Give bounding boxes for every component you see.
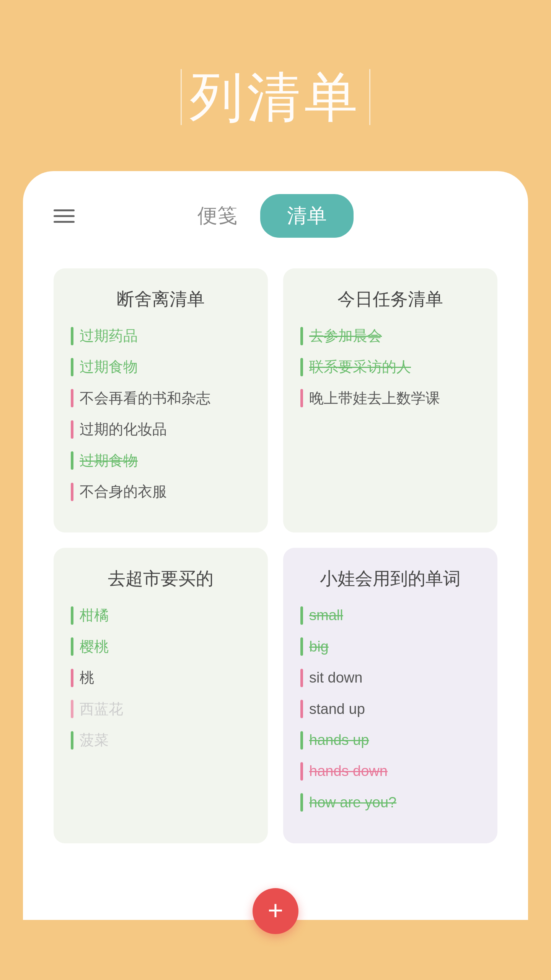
item-text: small: [309, 606, 343, 625]
item-text: 樱桃: [80, 637, 109, 656]
list-item: 柑橘: [71, 606, 251, 625]
list-card-words: 小娃会用到的单词 small big sit down stand up han…: [283, 548, 497, 843]
list-item: 过期食物: [71, 451, 251, 470]
item-text: big: [309, 637, 329, 656]
item-bar: [300, 793, 303, 812]
tab-note[interactable]: 便笺: [197, 203, 237, 229]
list-item: 不会再看的书和杂志: [71, 389, 251, 408]
item-text: 过期的化妆品: [80, 420, 167, 439]
list-item: how are you?: [300, 793, 480, 812]
item-text: stand up: [309, 700, 365, 719]
item-bar: [300, 669, 303, 687]
title-decoration: 列清单: [181, 69, 370, 125]
list-item: 樱桃: [71, 637, 251, 656]
item-text: 不会再看的书和杂志: [80, 389, 210, 408]
item-bar: [300, 358, 303, 376]
item-bar: [300, 700, 303, 718]
list-item: big: [300, 637, 480, 656]
menu-button[interactable]: [54, 209, 75, 223]
item-bar: [71, 731, 73, 750]
main-card: 便笺 清单 断舍离清单 过期药品 过期食物 不会再看的书和杂志 过期的化妆品: [23, 171, 528, 920]
item-text: 菠菜: [80, 731, 109, 750]
item-text: hands down: [309, 762, 388, 781]
item-bar: [300, 731, 303, 750]
add-icon: +: [268, 897, 284, 924]
item-text: 桃: [80, 668, 94, 687]
item-text: 去参加晨会: [309, 327, 382, 345]
item-bar: [71, 606, 73, 625]
item-text: 不合身的衣服: [80, 482, 167, 501]
title-line-left: [181, 69, 182, 125]
menu-line-1: [54, 209, 75, 211]
nav-bar: 便笺 清单: [54, 194, 497, 238]
lists-grid: 断舍离清单 过期药品 过期食物 不会再看的书和杂志 过期的化妆品 过期食物: [54, 268, 497, 843]
item-bar: [71, 358, 73, 376]
list-title-today-tasks: 今日任务清单: [300, 287, 480, 311]
item-bar: [71, 327, 73, 345]
list-item: 桃: [71, 668, 251, 687]
item-bar: [300, 762, 303, 781]
item-bar: [300, 606, 303, 625]
add-button[interactable]: +: [253, 888, 298, 934]
item-text-sit-down: sit down: [309, 668, 362, 687]
list-item: 晚上带娃去上数学课: [300, 389, 480, 408]
list-item: 联系要采访的人: [300, 358, 480, 376]
list-item: 菠菜: [71, 731, 251, 750]
item-bar: [71, 637, 73, 656]
item-text: how are you?: [309, 793, 396, 812]
tab-list[interactable]: 清单: [260, 194, 354, 238]
item-text: 晚上带娃去上数学课: [309, 389, 440, 408]
list-item: 西蓝花: [71, 700, 251, 719]
menu-line-2: [54, 215, 75, 217]
list-item: hands down: [300, 762, 480, 781]
list-item: 去参加晨会: [300, 327, 480, 345]
list-title-supermarket: 去超市要买的: [71, 567, 251, 591]
page-title: 列清单: [189, 69, 362, 125]
item-bar: [300, 327, 303, 345]
list-card-today-tasks: 今日任务清单 去参加晨会 联系要采访的人 晚上带娃去上数学课: [283, 268, 497, 532]
item-text: 过期食物: [80, 358, 138, 376]
item-text: 西蓝花: [80, 700, 123, 719]
item-bar: [71, 483, 73, 501]
list-item: 过期药品: [71, 327, 251, 345]
item-bar: [300, 389, 303, 407]
item-bar: [71, 669, 73, 687]
list-item: small: [300, 606, 480, 625]
list-title-words: 小娃会用到的单词: [300, 567, 480, 591]
item-text: 柑橘: [80, 606, 109, 625]
item-text: 过期食物: [80, 451, 138, 470]
list-item-sit-down: sit down: [300, 668, 480, 687]
item-text: 过期药品: [80, 327, 138, 345]
list-card-supermarket: 去超市要买的 柑橘 樱桃 桃 西蓝花 菠菜: [54, 548, 268, 843]
item-bar: [71, 451, 73, 470]
item-bar: [71, 700, 73, 718]
menu-line-3: [54, 221, 75, 223]
item-text: hands up: [309, 731, 369, 750]
list-item: 过期食物: [71, 358, 251, 376]
item-bar: [71, 420, 73, 439]
title-line-right: [369, 69, 370, 125]
list-item: 过期的化妆品: [71, 420, 251, 439]
item-text: 联系要采访的人: [309, 358, 411, 376]
list-item: stand up: [300, 700, 480, 719]
list-item: hands up: [300, 731, 480, 750]
item-bar: [71, 389, 73, 407]
list-item: 不合身的衣服: [71, 482, 251, 501]
item-bar: [300, 637, 303, 656]
list-card-declutter: 断舍离清单 过期药品 过期食物 不会再看的书和杂志 过期的化妆品 过期食物: [54, 268, 268, 532]
header-area: 列清单: [0, 0, 551, 171]
list-title-declutter: 断舍离清单: [71, 287, 251, 311]
